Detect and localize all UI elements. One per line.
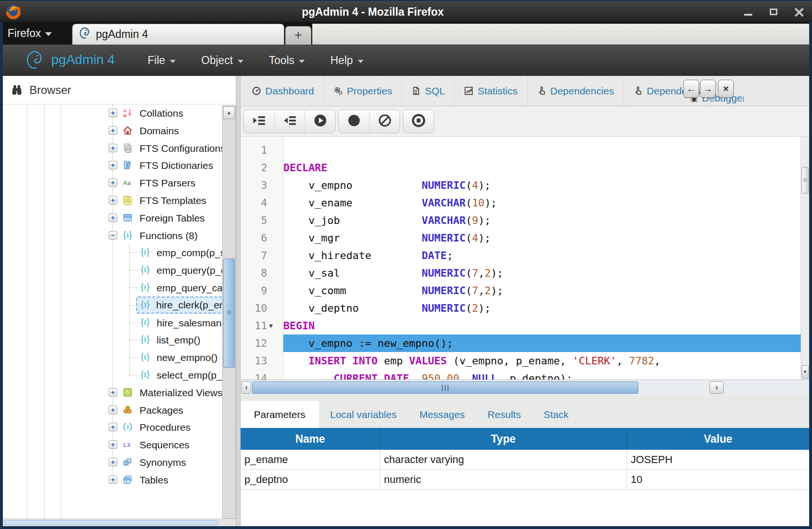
code-line[interactable]: v_comm NUMERIC(7,2); [283, 282, 801, 299]
tree-expander[interactable]: + [109, 458, 117, 466]
code-line[interactable]: v_empno NUMERIC(4); [283, 176, 801, 194]
bottom-tab-local-variables[interactable]: Local variables [319, 401, 408, 428]
code-line[interactable]: INSERT INTO emp VALUES (v_empno, p_ename… [283, 352, 801, 370]
tree-expander[interactable]: + [109, 423, 117, 431]
bottom-tab-results[interactable]: Results [476, 401, 532, 428]
sidebar-vertical-scrollbar[interactable]: ▲ ≡ [222, 105, 236, 519]
menu-object[interactable]: Object [188, 45, 256, 76]
scroll-up-button[interactable]: ▲ [223, 106, 235, 119]
tree-item-emp-query-caller[interactable]: emp_query_caller [3, 279, 222, 297]
editor-horizontal-scrollbar[interactable]: ‹ › [241, 380, 809, 395]
minimize-button[interactable] [743, 5, 753, 19]
code-line[interactable]: v_ename VARCHAR(10); [283, 194, 801, 212]
tree-expander[interactable]: + [109, 440, 117, 449]
bottom-tab-messages[interactable]: Messages [408, 401, 476, 428]
tab-sql[interactable]: SQL [402, 76, 455, 106]
line-number[interactable]: 13 [241, 352, 267, 370]
tree-expander[interactable]: + [109, 109, 117, 117]
tree-expander[interactable]: + [109, 144, 117, 152]
firefox-menu-button[interactable]: Firefox [8, 25, 52, 41]
code-line[interactable]: BEGIN [283, 317, 801, 334]
tab-dependencies[interactable]: Dependencies [528, 76, 624, 106]
tree-expander[interactable]: + [109, 213, 117, 222]
line-number[interactable]: 11 [241, 317, 267, 334]
tree-expander[interactable]: + [109, 196, 117, 204]
tree-item-fts-configurations[interactable]: +FTS Configurations [3, 139, 222, 157]
tabs-scroll-back-button[interactable]: ← [683, 80, 699, 98]
bottom-tab-stack[interactable]: Stack [532, 401, 580, 428]
line-number[interactable]: 2 [241, 159, 267, 176]
new-tab-button[interactable]: + [285, 26, 311, 45]
scroll-right-button[interactable]: › [709, 381, 724, 394]
tab-statistics[interactable]: Statistics [455, 76, 527, 106]
clear-all-breakpoints-button[interactable] [369, 110, 400, 133]
line-number[interactable]: 8 [241, 264, 267, 282]
tree-item-fts-dictionaries[interactable]: +FTS Dictionaries [3, 157, 222, 174]
code-line[interactable]: v_job VARCHAR(9); [283, 212, 801, 229]
tree-item-fts-parsers[interactable]: +AaFTS Parsers [3, 174, 222, 192]
line-number[interactable]: 4 [241, 194, 267, 212]
menu-help[interactable]: Help [317, 45, 376, 76]
menu-tools[interactable]: Tools [256, 45, 318, 76]
tree-expander[interactable]: + [109, 388, 117, 397]
tree-item-hire-salesman-p[interactable]: hire_salesman(p_ [3, 314, 222, 332]
tree-item-emp-query-p-dep[interactable]: emp_query(p_dep [3, 261, 222, 279]
tree-item-packages[interactable]: +Packages [3, 401, 222, 419]
tree-expander[interactable]: − [109, 231, 117, 240]
tree-item-synonyms[interactable]: +Synonyms [3, 454, 222, 471]
sidebar-hscrollbar-thumb[interactable] [4, 520, 218, 525]
line-number[interactable]: 5 [241, 212, 267, 229]
line-number[interactable]: 10 [241, 299, 267, 317]
code-line[interactable]: v_deptno NUMERIC(2); [283, 299, 801, 317]
code-line[interactable]: DECLARE [283, 159, 801, 176]
line-number[interactable]: 6 [241, 229, 267, 247]
code-line[interactable] [283, 141, 801, 159]
code-line[interactable]: v_empno := new_empno(); [283, 334, 801, 352]
tab-dashboard[interactable]: Dashboard [243, 76, 324, 106]
bottom-tab-parameters[interactable]: Parameters [241, 401, 319, 428]
editor-scrollbar-thumb[interactable]: ≡ [802, 167, 809, 194]
tree-expander[interactable]: + [109, 475, 117, 484]
step-into-button[interactable] [244, 110, 274, 133]
tree-item-collations[interactable]: +ABCollations [3, 104, 222, 122]
tree-item-domains[interactable]: +Domains [3, 122, 222, 139]
sidebar-horizontal-scrollbar[interactable] [3, 519, 236, 526]
browser-tab[interactable]: pgAdmin 4 [72, 24, 284, 45]
toggle-breakpoint-button[interactable] [339, 110, 369, 133]
line-number[interactable]: 3 [241, 176, 267, 194]
line-number[interactable]: 1 [241, 141, 267, 159]
tree-expander[interactable]: + [109, 178, 117, 187]
scroll-down-button[interactable]: ▼ [802, 365, 809, 379]
scroll-left-button[interactable]: ‹ [242, 381, 251, 394]
tree-item-list-emp[interactable]: list_emp() [3, 331, 222, 349]
panel-close-button[interactable]: × [718, 80, 734, 98]
tree-item-functions-8[interactable]: −Functions (8) [3, 227, 222, 244]
tree-item-foreign-tables[interactable]: +Foreign Tables [3, 209, 222, 227]
menu-file[interactable]: File [135, 45, 188, 76]
code-line[interactable]: v_sal NUMERIC(7,2); [283, 264, 801, 282]
tree-item-sequences[interactable]: +1.3Sequences [3, 436, 222, 454]
tree-item-tables[interactable]: +Tables [3, 471, 222, 489]
line-number[interactable]: 9 [241, 282, 267, 299]
tree-item-materialized-views[interactable]: +Materialized Views [3, 384, 222, 401]
tree-item-fts-templates[interactable]: +FTS Templates [3, 192, 222, 209]
tab-properties[interactable]: Properties [324, 76, 402, 106]
step-over-button[interactable] [274, 110, 305, 133]
continue-button[interactable] [305, 110, 335, 133]
panel-splitter[interactable] [236, 76, 241, 526]
line-number[interactable]: 7 [241, 247, 267, 264]
tree-expander[interactable]: + [109, 406, 117, 414]
tree-item-select-emp-p-em[interactable]: select_emp(p_em [3, 366, 222, 384]
code-editor[interactable]: 12DECLARE3 v_empno NUMERIC(4);4 v_ename … [241, 137, 801, 380]
code-line[interactable]: CURRENT_DATE, 950.00, NULL, p_deptno); [283, 370, 801, 380]
tree-item-new-empno[interactable]: new_empno() [3, 349, 222, 366]
code-line[interactable]: v_mgr NUMERIC(4); [283, 229, 801, 247]
code-line[interactable]: v_hiredate DATE; [283, 247, 801, 264]
line-number[interactable]: 12 [241, 334, 267, 352]
stop-button[interactable] [403, 110, 434, 133]
tree-item-procedures[interactable]: +Procedures [3, 418, 222, 436]
tree-expander[interactable]: + [109, 161, 117, 169]
sidebar-scrollbar-thumb[interactable]: ≡ [223, 259, 235, 368]
line-number[interactable]: 14 [241, 370, 267, 380]
maximize-button[interactable] [768, 5, 779, 19]
